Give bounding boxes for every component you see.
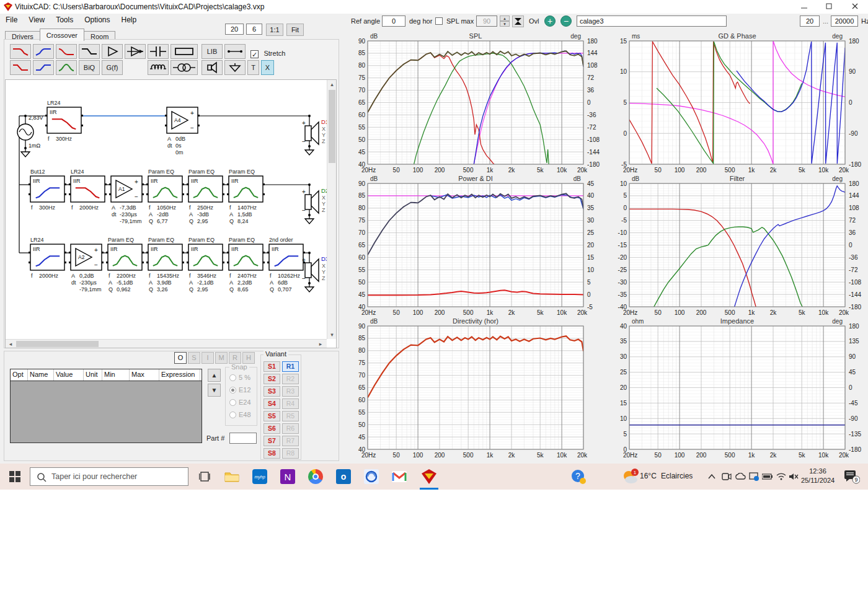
weather-temp[interactable]: 16°C bbox=[640, 472, 657, 480]
overlay-remove-button[interactable]: − bbox=[560, 15, 572, 27]
peak-green-tool[interactable] bbox=[56, 60, 77, 75]
overlay-name-input[interactable] bbox=[577, 15, 727, 27]
design-3d-icon[interactable] bbox=[361, 467, 381, 487]
vertical-scrollbar[interactable]: ▴ ▾ bbox=[327, 80, 336, 339]
variant-r6-button[interactable]: R6 bbox=[282, 423, 299, 434]
speaker-tool[interactable] bbox=[202, 60, 223, 75]
column-header-opt[interactable]: Opt bbox=[11, 369, 28, 381]
myhp-icon[interactable]: myhp bbox=[250, 467, 270, 487]
variant-r3-button[interactable]: R3 bbox=[282, 386, 299, 397]
move-down-button[interactable]: ▼ bbox=[208, 384, 221, 397]
buffer-tool[interactable] bbox=[125, 44, 146, 59]
driver-symbol[interactable] bbox=[305, 126, 311, 141]
maximize-button[interactable] bbox=[818, 0, 839, 14]
column-header-name[interactable]: Name bbox=[28, 369, 54, 381]
tab-crossover[interactable]: Crossover bbox=[40, 29, 84, 41]
scroll-left-arrow[interactable]: ◂ bbox=[7, 341, 14, 347]
task-view-button[interactable] bbox=[195, 467, 215, 487]
mode-button-m[interactable]: M bbox=[215, 352, 228, 364]
menu-options[interactable]: Options bbox=[79, 14, 115, 26]
variant-s2-button[interactable]: S2 bbox=[264, 374, 280, 384]
transformer-tool[interactable] bbox=[170, 60, 198, 75]
resistor-tool[interactable] bbox=[170, 44, 198, 59]
canvas-zoom-input[interactable] bbox=[225, 24, 244, 35]
spl-max-spin-up[interactable]: ▲ bbox=[500, 15, 510, 21]
move-up-button[interactable]: ▲ bbox=[208, 369, 221, 382]
variant-s8-button[interactable]: S8 bbox=[264, 448, 280, 459]
overlay-add-button[interactable]: + bbox=[544, 15, 556, 27]
snap-option-E48[interactable]: E48 bbox=[229, 411, 251, 418]
ground-symbol[interactable] bbox=[21, 152, 30, 157]
driver-symbol[interactable] bbox=[305, 195, 311, 209]
menu-file[interactable]: File bbox=[0, 14, 23, 26]
variant-r5-button[interactable]: R5 bbox=[282, 411, 299, 421]
horizontal-scroll-thumb[interactable] bbox=[16, 341, 99, 347]
chrome-icon[interactable] bbox=[306, 467, 326, 487]
column-header-unit[interactable]: Unit bbox=[84, 369, 102, 381]
start-button[interactable] bbox=[5, 467, 25, 487]
wire-tool[interactable] bbox=[224, 44, 246, 59]
stretch-checkbox[interactable]: ✓ Stretch bbox=[250, 47, 285, 58]
spl-max-input[interactable] bbox=[476, 15, 497, 27]
onenote-icon[interactable]: N bbox=[278, 467, 298, 487]
inductor-tool[interactable] bbox=[148, 60, 169, 75]
mode-button-o[interactable]: O bbox=[174, 352, 187, 364]
library-tool[interactable]: LIB bbox=[202, 44, 223, 59]
t-node-tool[interactable]: T bbox=[247, 60, 259, 75]
gf-tool[interactable]: G(f) bbox=[102, 60, 123, 75]
stretch-checkbox-box[interactable]: ✓ bbox=[250, 50, 259, 58]
snap-option-5[interactable]: 5 % bbox=[229, 374, 250, 381]
freq-max-input[interactable] bbox=[831, 15, 858, 27]
notification-center-icon[interactable]: 9 bbox=[842, 467, 862, 487]
autoscale-button[interactable] bbox=[512, 15, 524, 27]
snap-option-E12[interactable]: E12 bbox=[229, 386, 251, 394]
parameter-table[interactable]: OptNameValueUnitMinMaxExpression bbox=[10, 369, 202, 443]
column-header-min[interactable]: Min bbox=[102, 369, 130, 381]
column-header-expression[interactable]: Expression bbox=[159, 369, 200, 381]
one-to-one-button[interactable]: 1:1 bbox=[266, 24, 283, 36]
lowpass-red-tool[interactable] bbox=[10, 44, 31, 59]
freq-min-input[interactable] bbox=[800, 15, 820, 27]
taskbar-clock[interactable]: 12:36 25/11/2024 bbox=[799, 467, 837, 485]
variant-s1-button[interactable]: S1 bbox=[264, 361, 280, 372]
variant-r1-button[interactable]: R1 bbox=[282, 361, 299, 372]
driver-symbol[interactable] bbox=[305, 263, 311, 278]
x-delete-tool[interactable]: X bbox=[261, 60, 274, 75]
lowshelf2-red-tool[interactable] bbox=[10, 60, 31, 75]
help-tray-icon[interactable]: ? bbox=[569, 467, 588, 487]
variant-r7-button[interactable]: R7 bbox=[282, 436, 299, 446]
snap-option-E24[interactable]: E24 bbox=[229, 398, 251, 406]
variant-s6-button[interactable]: S6 bbox=[264, 423, 280, 434]
variant-s7-button[interactable]: S7 bbox=[264, 436, 280, 446]
weather-icon[interactable]: 1 bbox=[620, 467, 640, 487]
highshelf-blue-tool[interactable] bbox=[33, 60, 54, 75]
minimize-button[interactable] bbox=[794, 0, 815, 14]
variant-s3-button[interactable]: S3 bbox=[264, 386, 280, 397]
mode-button-h[interactable]: H bbox=[242, 352, 255, 364]
variant-s4-button[interactable]: S4 bbox=[264, 398, 280, 409]
vertical-scroll-thumb[interactable] bbox=[329, 90, 335, 163]
variant-s5-button[interactable]: S5 bbox=[264, 411, 280, 421]
outlook-icon[interactable]: o bbox=[334, 467, 353, 487]
column-header-max[interactable]: Max bbox=[130, 369, 159, 381]
scroll-down-arrow[interactable]: ▾ bbox=[327, 332, 337, 338]
scroll-up-arrow[interactable]: ▴ bbox=[327, 81, 337, 87]
spl-max-checkbox[interactable] bbox=[435, 17, 443, 25]
ground-tool[interactable] bbox=[224, 60, 246, 75]
scroll-right-arrow[interactable]: ▸ bbox=[317, 341, 324, 347]
menu-tools[interactable]: Tools bbox=[50, 14, 79, 26]
mode-button-i[interactable]: I bbox=[202, 352, 214, 364]
mode-button-s[interactable]: S bbox=[188, 352, 200, 364]
spl-max-spin-down[interactable]: ▼ bbox=[500, 21, 510, 27]
horizontal-scrollbar[interactable]: ◂ ▸ bbox=[6, 339, 327, 348]
variant-r8-button[interactable]: R8 bbox=[282, 448, 299, 459]
mode-button-r[interactable]: R bbox=[229, 352, 241, 364]
file-explorer-icon[interactable] bbox=[222, 467, 242, 487]
vituixcad-taskbar-icon[interactable] bbox=[419, 467, 439, 487]
crossover-schematic[interactable]: 2,83V1mΩLR24IIRf300HzA4+−A0dBdt0s0mBut12… bbox=[6, 80, 327, 339]
lowshelf-red-tool[interactable] bbox=[56, 44, 77, 59]
shelf-black-tool[interactable] bbox=[79, 44, 100, 59]
column-header-value[interactable]: Value bbox=[54, 369, 84, 381]
amplifier-tool[interactable] bbox=[102, 44, 123, 59]
canvas-grid-input[interactable] bbox=[246, 24, 262, 35]
